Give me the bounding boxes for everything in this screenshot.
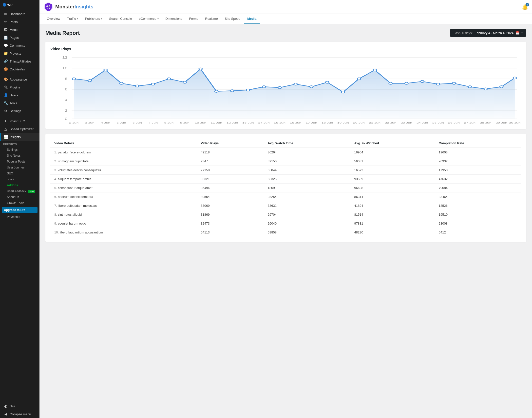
svg-text:10: 10 (62, 67, 67, 70)
tab-forms-label: Forms (189, 17, 198, 21)
sidebar-sub-upgrade[interactable]: Upgrade to Pro (2, 207, 38, 213)
tab-search-console[interactable]: Search Console (106, 14, 135, 24)
sidebar-label-pages: Pages (10, 36, 19, 40)
svg-text:10 Jun: 10 Jun (195, 121, 206, 124)
sidebar-item-speed-optimizer[interactable]: △ Speed Optimizer (0, 125, 39, 133)
tab-traffic[interactable]: Traffic ▾ (64, 14, 81, 24)
date-range-chevron-icon: ▾ (521, 32, 523, 34)
sidebar-item-tools[interactable]: 🔧 Tools (0, 99, 39, 107)
cell-video-plays: 49118 (197, 148, 264, 157)
speed-optimizer-icon: △ (4, 127, 8, 131)
sidebar-item-users[interactable]: 👤 Users (0, 91, 39, 99)
cell-avg-pct-watched: 41894 (350, 201, 435, 210)
sidebar-item-divi[interactable]: ◐ Divi (0, 402, 39, 410)
svg-point-40 (357, 78, 361, 80)
tab-media[interactable]: Media (244, 14, 260, 24)
video-plays-card: Video Plays 12 10 8 6 4 (45, 42, 526, 129)
row-number: 6. (54, 195, 57, 199)
sidebar-divider-2 (0, 116, 39, 116)
sidebar-item-comments[interactable]: 💬 Comments (0, 42, 39, 49)
sidebar-item-cookieyes[interactable]: 🍪 CookieYes (0, 65, 39, 73)
nav-tabs: Overview Traffic ▾ Publishers ▾ Search C… (39, 14, 532, 24)
svg-text:4 Jun: 4 Jun (101, 121, 110, 124)
sidebar-sub-userfeedback[interactable]: UserFeedback NEW (0, 188, 39, 194)
svg-point-22 (72, 78, 76, 80)
calendar-icon: 📅 (515, 31, 519, 35)
svg-text:26 Jun: 26 Jun (448, 121, 460, 124)
tab-realtime[interactable]: Realtime (202, 14, 221, 24)
sidebar-sub-settings[interactable]: Settings (0, 147, 39, 153)
tab-dimensions[interactable]: Dimensions (162, 14, 186, 24)
col-completion-rate: Completion Rate (435, 139, 521, 148)
tab-overview[interactable]: Overview (43, 14, 64, 24)
sidebar-sub-tools[interactable]: Tools (0, 176, 39, 182)
sidebar-sub-user-journey[interactable]: User Journey (0, 165, 39, 170)
sidebar-sub-payments[interactable]: Payments (0, 214, 39, 220)
date-range-button[interactable]: Last 30 days: February 4 - March 4, 2024… (450, 29, 526, 37)
sidebar-item-posts[interactable]: ✏ Posts (0, 18, 39, 26)
cell-video-details: 3. voluptates debitis consequatur (50, 166, 197, 175)
svg-text:13 Jun: 13 Jun (242, 121, 254, 124)
row-title: libero laudantium accusantium (60, 230, 103, 234)
col-avg-pct-watched: Avg. % Watched (350, 139, 435, 148)
svg-point-37 (310, 86, 313, 88)
sidebar-label-thirstyaffiliates: ThirstyAffiliates (10, 60, 31, 63)
svg-point-47 (468, 86, 472, 88)
cell-avg-pct-watched: 97831 (350, 219, 435, 228)
sidebar-sub-seo[interactable]: SEO (0, 170, 39, 176)
tab-forms[interactable]: Forms (186, 14, 202, 24)
logo-insights: Insights (75, 4, 94, 9)
tab-publishers[interactable]: Publishers ▾ (82, 14, 106, 24)
tab-traffic-label: Traffic (67, 17, 76, 21)
sidebar-item-appearance[interactable]: 🎨 Appearance (0, 75, 39, 83)
tab-site-speed[interactable]: Site Speed (221, 14, 244, 24)
svg-text:2: 2 (65, 109, 68, 112)
svg-point-34 (262, 86, 266, 88)
table-row: 3. voluptates debitis consequatur 27158 … (50, 166, 521, 175)
table-row: 8. sint natus aliquid 31869 29704 81514 … (50, 210, 521, 219)
cell-avg-pct-watched: 16904 (350, 148, 435, 157)
svg-point-46 (452, 82, 456, 84)
sidebar-item-dashboard[interactable]: ⊞ Dashboard (0, 10, 39, 18)
tab-dimensions-label: Dimensions (166, 17, 182, 21)
bell-badge: 0 (526, 3, 529, 6)
svg-point-35 (278, 86, 282, 89)
row-title: ut magnam cupiditate (58, 159, 88, 163)
sidebar-item-yoast[interactable]: ✦ Yoast SEO (0, 117, 39, 125)
sidebar: 🔵 WP ⊞ Dashboard ✏ Posts 🖼 Media 📄 Pages… (0, 0, 39, 418)
collapse-icon: ◀ (4, 412, 8, 416)
col-video-plays: Video Plays (197, 139, 264, 148)
sidebar-sub-about-us[interactable]: About Us (0, 194, 39, 200)
sidebar-item-insights[interactable]: 📊 Insights (0, 133, 39, 141)
sidebar-item-thirstyaffiliates[interactable]: 🔗 ThirstyAffiliates (0, 57, 39, 65)
sidebar-item-plugins[interactable]: 🔌 Plugins (0, 83, 39, 91)
sidebar-sub-addons[interactable]: Addons (0, 182, 39, 188)
sidebar-label-dashboard: Dashboard (10, 12, 25, 16)
col-video-details: Video Details (50, 139, 197, 148)
projects-icon: 📁 (4, 51, 8, 55)
sidebar-collapse-menu[interactable]: ◀ Collapse menu (0, 410, 39, 418)
cell-video-plays: 35494 (197, 184, 264, 192)
sidebar-item-settings[interactable]: ⚙ Settings (0, 107, 39, 115)
sidebar-item-pages[interactable]: 📄 Pages (0, 34, 39, 42)
sidebar-sub-site-notes[interactable]: Site Notes (0, 153, 39, 159)
cell-video-details: 6. nostrum deleniti tempora (50, 192, 197, 201)
logo-monster: Monster (55, 4, 75, 9)
plugins-icon: 🔌 (4, 85, 8, 89)
svg-rect-7 (51, 4, 52, 6)
sidebar-item-projects[interactable]: 📁 Projects (0, 49, 39, 57)
svg-text:25 Jun: 25 Jun (432, 121, 444, 124)
sidebar-sub-popular-posts[interactable]: Popular Posts (0, 159, 39, 165)
sidebar-item-media[interactable]: 🖼 Media (0, 26, 39, 34)
tab-ecommerce[interactable]: eCommerce ▾ (135, 14, 162, 24)
bell-button[interactable]: 🔔 0 (522, 4, 528, 10)
row-title: voluptates debitis consequatur (58, 168, 101, 172)
sidebar-brand: 🔵 WP (2, 3, 13, 7)
row-title: eveniet harum optio (58, 222, 86, 225)
cell-completion-rate: 19510 (435, 210, 521, 219)
cell-avg-watch-time: 53858 (264, 228, 350, 237)
svg-point-25 (120, 82, 123, 84)
svg-point-36 (294, 83, 297, 85)
thirstyaffiliates-icon: 🔗 (4, 59, 8, 63)
sidebar-sub-growth-tools[interactable]: Growth Tools (0, 200, 39, 206)
